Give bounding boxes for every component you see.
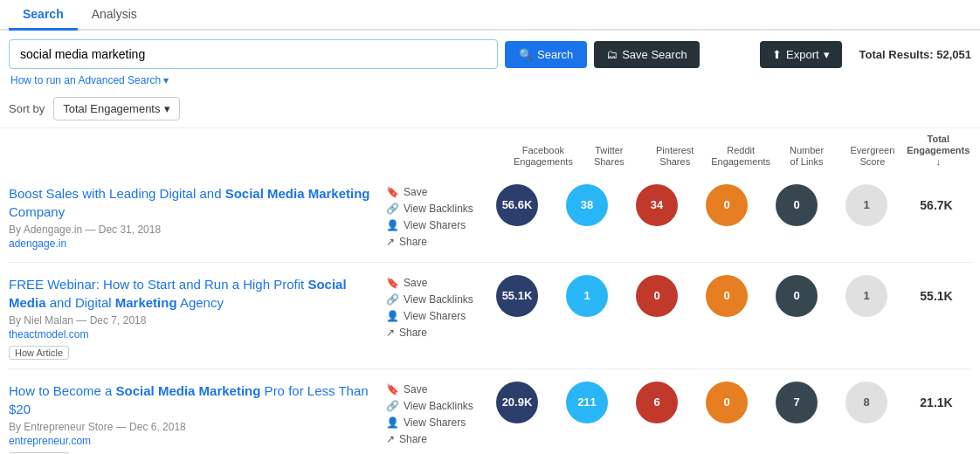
chevron-down-icon: ▾ [824,48,830,61]
export-label: Export [786,48,819,61]
table-row: Boost Sales with Leading Digital and Soc… [9,172,971,263]
result-meta-3: By Entrepreneur Store — Dec 6, 2018 [9,421,386,433]
circle-links-2: 0 [776,275,818,317]
export-icon: ⬆ [772,48,782,61]
sort-label: Sort by [9,102,45,115]
share-action-3[interactable]: ↗ Share [386,433,482,445]
result-metrics-1: 56.6K 38 34 0 0 1 56.7K [482,184,971,226]
view-backlinks-3[interactable]: 🔗 View Backlinks [386,400,482,412]
sort-chevron-icon: ▾ [164,102,170,115]
metric-pinterest-2: 0 [622,275,692,317]
search-button-label: Search [537,48,573,61]
results-list: Boost Sales with Leading Digital and Soc… [0,172,980,454]
metric-reddit-2: 0 [692,275,762,317]
circle-facebook-3: 20.9K [496,382,538,423]
metric-links-3: 7 [762,382,832,423]
circle-twitter-1: 38 [566,184,608,226]
link-icon: 🔗 [386,203,399,215]
col-header-links: Numberof Links [774,145,839,168]
save-action-3[interactable]: 🔖 Save [386,383,482,396]
view-sharers-3[interactable]: 👤 View Sharers [386,416,482,429]
save-action-1[interactable]: 🔖 Save [386,186,482,198]
table-row: FREE Webinar: How to Start and Run a Hig… [9,263,971,369]
view-backlinks-2[interactable]: 🔗 View Backlinks [386,293,482,306]
result-content-2: FREE Webinar: How to Start and Run a Hig… [9,275,386,360]
metric-reddit-3: 0 [692,382,762,423]
result-domain-1[interactable]: adengage.in [9,237,386,250]
circle-links-1: 0 [776,184,818,226]
view-sharers-1[interactable]: 👤 View Sharers [386,219,482,231]
tab-analysis[interactable]: Analysis [78,0,151,31]
result-tag-2: How Article [9,346,69,360]
search-input[interactable] [9,39,498,69]
result-actions-1: 🔖 Save 🔗 View Backlinks 👤 View Sharers ↗… [386,184,482,252]
result-content-1: Boost Sales with Leading Digital and Soc… [9,184,386,253]
total-results: Total Results: 52,051 [859,48,971,61]
total-label: Total Results: [859,48,934,61]
result-title-2: FREE Webinar: How to Start and Run a Hig… [9,275,386,312]
circle-facebook-2: 55.1K [496,275,538,317]
save-action-2[interactable]: 🔖 Save [386,277,482,289]
result-domain-2[interactable]: theactmodel.com [9,328,386,340]
result-link-3[interactable]: How to Become a Social Media Marketing P… [9,383,369,416]
result-metrics-3: 20.9K 211 6 0 7 8 21.1K [482,382,971,423]
metric-links-2: 0 [762,275,832,317]
metric-total-2: 55.1K [901,289,971,303]
search-icon: 🔍 [519,48,533,61]
save-icon: 🗂 [606,48,618,61]
circle-links-3: 7 [776,382,818,423]
advanced-search-anchor[interactable]: How to run an Advanced Search ▾ [10,74,169,86]
metric-facebook-1: 56.6K [482,184,552,226]
table-row: How to Become a Social Media Marketing P… [9,369,971,454]
circle-facebook-1: 56.6K [496,184,538,226]
person-icon: 👤 [386,219,399,231]
view-backlinks-1[interactable]: 🔗 View Backlinks [386,203,482,215]
metric-evergreen-3: 8 [832,382,901,423]
result-actions-3: 🔖 Save 🔗 View Backlinks 👤 View Sharers ↗… [386,382,482,450]
result-meta-2: By Niel Malan — Dec 7, 2018 [9,314,386,327]
total-value: 52,051 [936,48,971,61]
col-header-reddit: RedditEngagements [707,145,773,168]
metric-facebook-3: 20.9K [482,382,552,423]
result-link-1[interactable]: Boost Sales with Leading Digital and Soc… [9,186,370,219]
metric-twitter-2: 1 [552,275,622,317]
bookmark-icon: 🔖 [386,186,399,198]
search-button[interactable]: 🔍 Search [505,41,587,68]
advanced-search-text: How to run an Advanced Search [10,74,161,86]
sort-select[interactable]: Total Engagements ▾ [53,97,180,120]
circle-evergreen-1: 1 [845,184,887,226]
person-icon: 👤 [386,416,399,429]
metric-twitter-1: 38 [552,184,622,226]
save-search-button[interactable]: 🗂 Save Search [594,41,699,68]
circle-pinterest-3: 6 [636,382,678,423]
metric-total-1: 56.7K [901,198,971,212]
share-action-2[interactable]: ↗ Share [386,327,482,339]
metric-links-1: 0 [762,184,832,226]
metric-twitter-3: 211 [552,382,622,423]
result-domain-3[interactable]: entrepreneur.com [9,435,386,447]
result-title-1: Boost Sales with Leading Digital and Soc… [9,184,386,221]
view-sharers-2[interactable]: 👤 View Sharers [386,310,482,322]
col-header-twitter: TwitterShares [576,145,642,168]
sort-row: Sort by Total Engagements ▾ [0,93,980,128]
result-meta-1: By Adengage.in — Dec 31, 2018 [9,224,386,236]
col-header-total[interactable]: TotalEngagements ↓ [906,134,971,169]
circle-reddit-3: 0 [706,382,748,423]
result-metrics-2: 55.1K 1 0 0 0 1 55.1K [482,275,971,317]
circle-pinterest-1: 34 [636,184,678,226]
metric-facebook-2: 55.1K [482,275,552,317]
bookmark-icon: 🔖 [386,383,399,396]
result-link-2[interactable]: FREE Webinar: How to Start and Run a Hig… [9,277,347,310]
advanced-search-link[interactable]: How to run an Advanced Search ▾ [0,72,980,93]
export-button[interactable]: ⬆ Export ▾ [760,41,842,68]
tab-search[interactable]: Search [9,0,78,31]
col-header-evergreen: EvergreenScore [839,145,905,168]
metric-total-3: 21.1K [901,396,971,409]
sort-selected: Total Engagements [63,102,160,115]
metric-evergreen-1: 1 [832,184,901,226]
result-content-3: How to Become a Social Media Marketing P… [9,382,386,454]
result-actions-2: 🔖 Save 🔗 View Backlinks 👤 View Sharers ↗… [386,275,482,343]
share-action-1[interactable]: ↗ Share [386,236,482,248]
circle-pinterest-2: 0 [636,275,678,317]
person-icon: 👤 [386,310,399,322]
